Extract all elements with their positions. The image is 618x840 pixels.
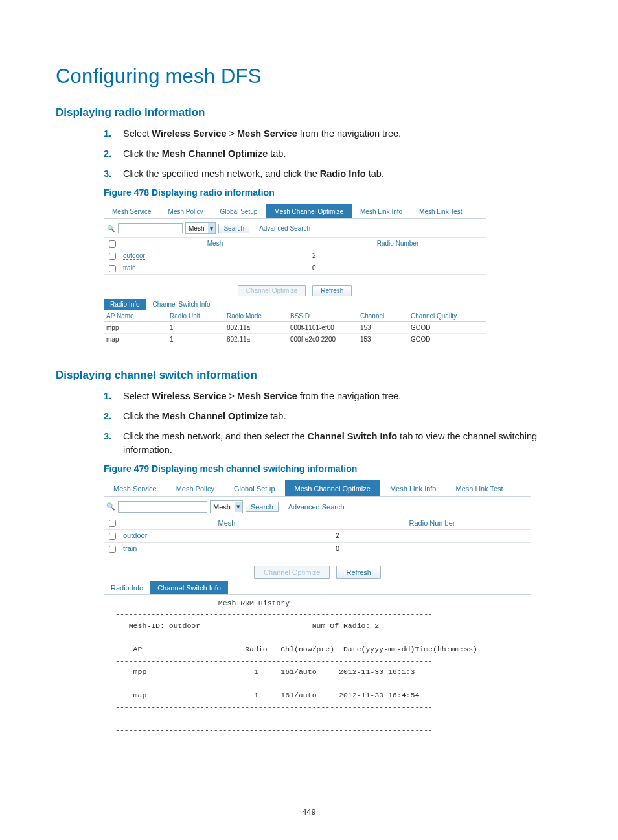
advanced-search-link[interactable]: Advanced Search — [255, 225, 310, 232]
table-row: map 1 802.11a 000f-e2c0-2200 153 GOOD — [104, 333, 486, 345]
fig478-tabs: Mesh Service Mesh Policy Global Setup Me… — [104, 204, 486, 219]
advanced-search-link[interactable]: Advanced Search — [284, 503, 345, 511]
page-number: 449 — [0, 807, 618, 817]
th-ap-name: AP Name — [104, 310, 167, 322]
mesh-rrm-history: Mesh RRM History -----------------------… — [104, 595, 531, 736]
row-radio-num: 0 — [310, 262, 486, 274]
row-checkbox[interactable] — [109, 265, 116, 272]
row-checkbox[interactable] — [109, 253, 116, 260]
th-radio-mode: Radio Mode — [224, 310, 288, 322]
section-heading-radio-info: Displaying radio information — [56, 106, 562, 119]
search-icon: 🔍 — [106, 502, 115, 511]
th-channel-quality: Channel Quality — [408, 310, 486, 322]
fig479-grid-head: Mesh Radio Number — [104, 517, 531, 530]
row-radio-num: 2 — [333, 530, 531, 542]
search-input[interactable] — [118, 223, 183, 233]
col-radio-number: Radio Number — [333, 517, 531, 530]
fig478-center-buttons: Channel Optimize Refresh — [104, 275, 486, 299]
tab-mesh-link-test[interactable]: Mesh Link Test — [411, 204, 471, 218]
mesh-link-outdoor[interactable]: outdoor — [123, 252, 145, 260]
col-mesh: Mesh — [120, 517, 333, 530]
fig479-center-buttons: Channel Optimize Refresh — [104, 555, 531, 581]
subtab-channel-switch-info[interactable]: Channel Switch Info — [150, 581, 228, 594]
th-bssid: BSSID — [288, 310, 358, 322]
mesh-link-train[interactable]: train — [123, 264, 135, 272]
search-input[interactable] — [118, 501, 207, 513]
fig479-row-1: train 0 — [104, 542, 531, 555]
step-2: Click the Mesh Channel Optimize tab. — [123, 410, 562, 423]
table-row: mpp 1 802.11a 000f-1101-ef00 153 GOOD — [104, 321, 486, 333]
row-radio-num: 0 — [333, 542, 531, 555]
section-heading-channel-switch: Displaying channel switch information — [56, 369, 562, 382]
search-button[interactable]: Search — [246, 502, 279, 512]
step-1: Select Wireless Service > Mesh Service f… — [123, 127, 562, 141]
select-all-checkbox[interactable] — [109, 240, 116, 248]
search-button[interactable]: Search — [218, 224, 249, 233]
tab-mesh-channel-optimize[interactable]: Mesh Channel Optimize — [285, 480, 380, 496]
tab-mesh-policy[interactable]: Mesh Policy — [160, 204, 212, 218]
step-2: Click the Mesh Channel Optimize tab. — [123, 147, 562, 161]
search-field-select[interactable]: Mesh ▾ — [185, 222, 216, 234]
row-radio-num: 2 — [310, 250, 486, 262]
subtab-radio-info[interactable]: Radio Info — [104, 299, 146, 310]
fig478-row-0: outdoor 2 — [104, 250, 486, 262]
search-field-select[interactable]: Mesh ▾ — [210, 500, 243, 513]
search-icon: 🔍 — [106, 225, 115, 232]
select-all-checkbox[interactable] — [109, 520, 116, 527]
subtab-channel-switch-info[interactable]: Channel Switch Info — [146, 299, 217, 310]
chevron-down-icon: ▾ — [235, 502, 242, 512]
fig478-row-1: train 0 — [104, 262, 486, 275]
figure-478: Mesh Service Mesh Policy Global Setup Me… — [104, 204, 486, 345]
tab-global-setup[interactable]: Global Setup — [224, 480, 285, 496]
step-3: Click the specified mesh network, and cl… — [123, 167, 562, 181]
steps-section1: Select Wireless Service > Mesh Service f… — [56, 127, 562, 181]
fig479-subtabs: Radio Info Channel Switch Info — [104, 581, 531, 595]
col-mesh: Mesh — [120, 238, 310, 250]
figure-478-caption: Figure 478 Displaying radio information — [104, 187, 562, 198]
fig478-grid-head: Mesh Radio Number — [104, 238, 486, 250]
tab-mesh-service[interactable]: Mesh Service — [104, 204, 160, 218]
th-radio-unit: Radio Unit — [167, 310, 224, 322]
refresh-button[interactable]: Refresh — [336, 566, 381, 579]
figure-479: Mesh Service Mesh Policy Global Setup Me… — [104, 480, 531, 736]
chevron-down-icon: ▾ — [208, 223, 215, 233]
mesh-link-outdoor[interactable]: outdoor — [123, 531, 147, 539]
fig478-radio-info-table: AP Name Radio Unit Radio Mode BSSID Chan… — [104, 310, 486, 345]
row-checkbox[interactable] — [109, 546, 116, 553]
col-radio-number: Radio Number — [310, 238, 486, 250]
refresh-button[interactable]: Refresh — [312, 285, 352, 296]
tab-mesh-link-info[interactable]: Mesh Link Info — [380, 480, 446, 496]
page-title: Configuring mesh DFS — [56, 65, 562, 88]
row-checkbox[interactable] — [109, 533, 116, 540]
fig478-subtabs: Radio Info Channel Switch Info — [104, 299, 486, 310]
tab-mesh-link-test[interactable]: Mesh Link Test — [446, 480, 512, 496]
tab-mesh-link-info[interactable]: Mesh Link Info — [352, 204, 411, 218]
fig478-search-row: 🔍 Mesh ▾ Search Advanced Search — [104, 219, 486, 238]
subtab-radio-info[interactable]: Radio Info — [104, 581, 150, 594]
tab-mesh-service[interactable]: Mesh Service — [104, 480, 166, 496]
th-channel: Channel — [358, 310, 408, 322]
step-3: Click the mesh network, and then select … — [123, 430, 562, 457]
figure-479-caption: Figure 479 Displaying mesh channel switc… — [104, 463, 562, 474]
channel-optimize-button[interactable]: Channel Optimize — [254, 566, 330, 579]
channel-optimize-button[interactable]: Channel Optimize — [238, 285, 306, 296]
tab-mesh-channel-optimize[interactable]: Mesh Channel Optimize — [266, 204, 352, 218]
fig479-row-0: outdoor 2 — [104, 530, 531, 542]
fig479-tabs: Mesh Service Mesh Policy Global Setup Me… — [104, 480, 531, 497]
fig479-search-row: 🔍 Mesh ▾ Search Advanced Search — [104, 497, 531, 517]
step-1: Select Wireless Service > Mesh Service f… — [123, 390, 562, 403]
tab-mesh-policy[interactable]: Mesh Policy — [166, 480, 224, 496]
steps-section2: Select Wireless Service > Mesh Service f… — [56, 390, 562, 457]
mesh-link-train[interactable]: train — [123, 544, 137, 552]
tab-global-setup[interactable]: Global Setup — [211, 204, 266, 218]
